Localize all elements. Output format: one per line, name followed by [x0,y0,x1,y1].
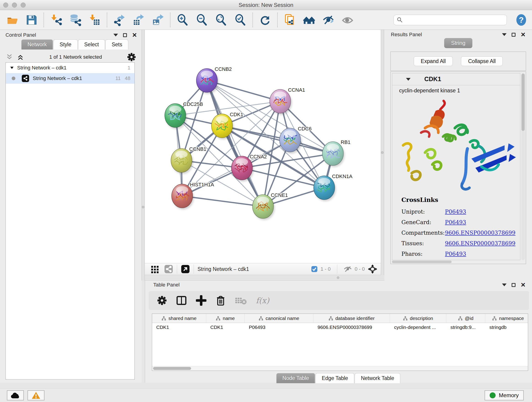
scrollbar-thumb[interactable] [521,74,525,131]
graph-edge[interactable] [222,126,333,153]
splitter-handle[interactable] [337,276,339,279]
column-header--id[interactable]: @id [446,314,485,323]
table-row[interactable]: CDK1CDK1P064939606.ENSP00000378699cyclin… [152,323,528,332]
search-input[interactable] [403,15,507,25]
graph-edges[interactable] [175,80,333,206]
panel-close-icon[interactable]: ✕ [520,32,526,38]
show-columns-icon[interactable] [176,295,187,306]
table-cell[interactable]: CDK1 [206,323,245,332]
delete-column-trash-icon[interactable] [215,295,226,306]
crosslink-link[interactable]: P06493 [445,209,466,215]
network-options-gear-icon[interactable] [127,52,136,62]
graph-nodes[interactable]: CCNB2CCNA1CDC25BCDK1CDC6RB1CCNB1CCNA2CDK… [165,66,353,220]
save-session-button[interactable] [25,13,38,27]
delete-table-icon[interactable] [235,296,247,305]
graph-node-CCNE1[interactable] [253,195,275,220]
import-network-from-file-button[interactable] [50,13,63,27]
crosslink-link[interactable]: 9606.ENSP00000378699 [445,230,515,236]
collapse-all-button[interactable]: Collapse All [461,56,503,66]
show-hidden-button[interactable] [341,13,354,27]
table-cell[interactable]: stringdb:9... [446,323,485,332]
protein-section-header[interactable]: CDK1 [392,73,520,85]
graph-node-CDKN1A[interactable] [314,176,336,201]
tab-network-table[interactable]: Network Table [355,373,400,383]
graph-node-CDK1[interactable] [211,114,234,139]
grid-view-icon[interactable] [151,265,159,273]
tab-node-table[interactable]: Node Table [276,373,315,383]
table-cell[interactable]: 9606.ENSP00000378699 [313,323,390,332]
network-search-field[interactable] [394,15,507,25]
table-cell[interactable]: cyclin-dependent ... [390,323,446,332]
scrollbar-thumb[interactable] [153,367,191,370]
selected-nodes-checkbox-icon[interactable] [311,266,318,273]
string-network-graph[interactable]: CCNB2CCNA1CDC25BCDK1CDC6RB1CCNB1CCNA2CDK… [145,30,381,263]
collapse-all-icon[interactable] [6,53,13,61]
export-network-button[interactable] [113,13,126,27]
tab-sets[interactable]: Sets [105,39,128,50]
tab-style[interactable]: Style [53,39,77,50]
results-vertical-scrollbar[interactable] [521,73,525,260]
network-collection-row[interactable]: String Network – cdk1 1 [6,63,134,73]
tab-network[interactable]: Network [21,39,53,50]
graph-node-CCNA2[interactable] [231,156,254,182]
column-header-description[interactable]: description [390,314,446,323]
expand-all-icon[interactable] [17,53,24,61]
crosslink-link[interactable]: 9606.ENSP00000378699 [445,240,515,247]
panel-menu-caret-icon[interactable] [114,34,118,36]
graph-node-CDC25B[interactable] [165,104,187,129]
panel-close-icon[interactable]: ✕ [132,32,137,38]
panel-menu-caret-icon[interactable] [502,283,507,286]
panel-float-icon[interactable] [512,33,515,37]
table-cell[interactable]: P06493 [245,323,313,332]
left-splitter[interactable] [142,30,145,281]
open-session-button[interactable] [6,13,19,27]
section-collapse-caret-icon[interactable] [406,78,411,81]
birdseye-navigator-icon[interactable] [181,264,190,274]
zoom-selected-button[interactable] [234,13,247,27]
table-options-gear-icon[interactable] [157,295,167,306]
graph-node-CCNB2[interactable] [196,69,219,94]
column-header-database-identifier[interactable]: database identifier [313,314,390,323]
export-table-button[interactable] [132,13,145,27]
column-header-namespace[interactable]: namespace [485,314,528,323]
table-horizontal-scrollbar[interactable] [152,366,528,370]
graph-edge[interactable] [182,196,263,206]
fit-content-crosshair-icon[interactable] [367,264,378,274]
zoom-out-button[interactable] [195,13,209,27]
clone-network-button[interactable] [283,13,297,27]
panel-menu-caret-icon[interactable] [502,33,507,36]
network-view-canvas[interactable]: CCNB2CCNA1CDC25BCDK1CDC6RB1CCNB1CCNA2CDK… [145,30,381,263]
tree-expand-caret-icon[interactable] [6,65,17,70]
column-header-canonical-name[interactable]: canonical name [245,314,313,323]
zoom-fit-button[interactable] [215,13,228,27]
zoom-in-button[interactable] [176,13,189,27]
hide-selected-button[interactable] [322,13,335,27]
column-header-name[interactable]: name [206,314,245,323]
table-cell[interactable]: CDK1 [152,323,206,332]
panel-float-icon[interactable] [512,283,515,287]
crosslink-link[interactable]: P06493 [445,251,466,257]
graph-edge[interactable] [207,80,263,206]
graph-node-RB1[interactable] [322,142,345,167]
crosslink-link[interactable]: P06493 [445,219,466,225]
cloud-status-button[interactable] [7,390,24,400]
import-network-from-database-button[interactable] [69,13,82,27]
table-cell[interactable]: stringdb [485,323,528,332]
panel-close-icon[interactable]: ✕ [520,282,526,288]
memory-button[interactable]: Memory [485,390,524,400]
node-table[interactable]: shared namenamecanonical namedatabase id… [152,313,528,371]
network-row-selected[interactable]: String Network – cdk1 11 48 [6,73,134,84]
results-horizontal-scrollbar[interactable] [392,261,452,263]
function-builder-fx[interactable]: f(x) [256,296,269,305]
tab-edge-table[interactable]: Edge Table [316,373,354,383]
graph-node-CCNA1[interactable] [270,89,292,115]
show-all-networks-button[interactable] [302,13,316,27]
apply-layout-button[interactable] [259,13,272,27]
help-button[interactable]: ? [515,14,527,26]
splitter-handle[interactable] [381,151,384,154]
tab-select[interactable]: Select [78,39,105,50]
expand-all-button[interactable]: Expand All [414,56,453,66]
network-view-share-icon[interactable] [164,264,173,274]
export-image-button[interactable] [151,13,165,27]
right-splitter[interactable] [381,30,384,281]
